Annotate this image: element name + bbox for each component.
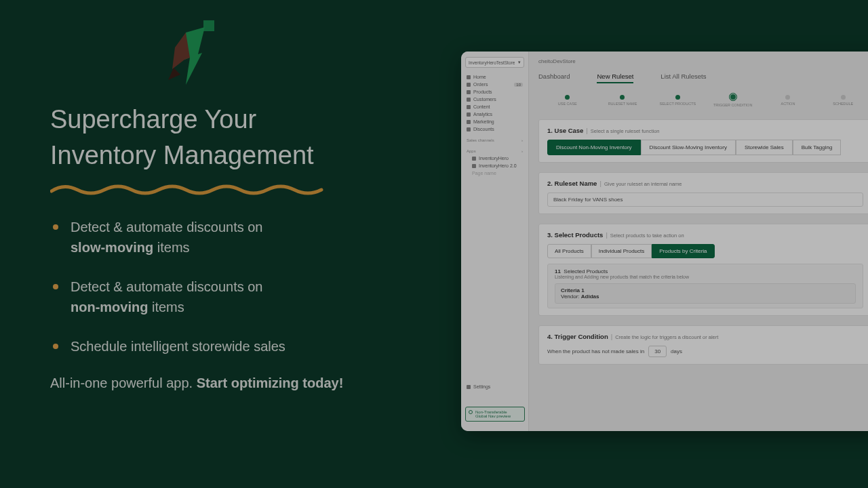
- step-action: ACTION: [760, 95, 815, 106]
- nav-orders[interactable]: Orders10: [465, 81, 524, 88]
- products-icon: [467, 90, 471, 94]
- stepper: USE CASE RULESET NAME SELECT PRODUCTS TR…: [538, 93, 868, 107]
- chevron-right-icon: ›: [521, 149, 523, 153]
- nav-customers[interactable]: Customers: [465, 96, 524, 103]
- ruleset-name-input[interactable]: Black Friday for VANS shoes: [547, 192, 863, 207]
- prod-tab-all[interactable]: All Products: [547, 244, 591, 258]
- headline: Supercharge Your Inventory Management: [50, 102, 430, 174]
- tab-list-rulesets[interactable]: List All Rulesets: [660, 73, 706, 83]
- info-icon: [469, 410, 473, 414]
- nav-discounts[interactable]: Discounts: [465, 125, 524, 133]
- nav-app-inventoryhero2[interactable]: InventoryHero 2.0: [465, 162, 524, 169]
- chevron-down-icon: ▾: [518, 60, 521, 65]
- marketing-column: Supercharge Your Inventory Management De…: [50, 20, 430, 391]
- content-icon: [467, 105, 471, 109]
- nav-app-page[interactable]: Page name: [465, 169, 524, 177]
- nav-marketing[interactable]: Marketing: [465, 118, 524, 125]
- choice-slow-moving[interactable]: Discount Slow-Moving Inventory: [641, 140, 736, 155]
- svg-rect-0: [203, 20, 214, 31]
- customers-icon: [467, 98, 471, 102]
- home-icon: [467, 75, 471, 79]
- preview-notice: Non-TransferableGlobal Nav preview: [465, 407, 525, 422]
- choice-non-moving[interactable]: Discount Non-Moving Inventory: [547, 140, 641, 155]
- orders-icon: [467, 83, 471, 87]
- nav-section-apps[interactable]: Apps›: [465, 148, 524, 155]
- trigger-sentence-post: days: [671, 348, 682, 354]
- store-selector[interactable]: InventoryHeroTestStore▾: [465, 57, 524, 68]
- bullet-non-moving: Detect & automate discounts on non-movin…: [50, 277, 430, 317]
- bullet-storewide: Schedule intelligent storewide sales: [50, 336, 430, 357]
- nav-content[interactable]: Content: [465, 103, 524, 110]
- app-main: cheitoDevStore Dashboard New Ruleset Lis…: [529, 52, 868, 431]
- step-name: RULESET NAME: [595, 95, 650, 106]
- step-usecase: USE CASE: [540, 95, 595, 106]
- nav-products[interactable]: Products: [465, 88, 524, 96]
- gear-icon: [467, 385, 471, 389]
- hero-logo: [165, 20, 220, 88]
- prod-tab-individual[interactable]: Individual Products: [591, 244, 652, 258]
- analytics-icon: [467, 113, 471, 117]
- panel-trigger: 4. Trigger Condition|Create the logic fo…: [538, 325, 868, 365]
- app-screenshot: InventoryHeroTestStore▾ Home Orders10 Pr…: [461, 52, 868, 431]
- app-sidebar: InventoryHeroTestStore▾ Home Orders10 Pr…: [461, 52, 529, 431]
- tab-dashboard[interactable]: Dashboard: [538, 73, 570, 83]
- feature-bullets: Detect & automate discounts on slow-movi…: [50, 217, 430, 357]
- tab-new-ruleset[interactable]: New Ruleset: [597, 73, 633, 83]
- nav-home[interactable]: Home: [465, 73, 524, 81]
- trigger-sentence-pre: When the product has not made sales in: [547, 348, 644, 354]
- nav-app-inventoryhero[interactable]: InventoryHero: [465, 155, 524, 162]
- tagline: All-in-one powerful app. Start optimizin…: [50, 375, 430, 391]
- choice-storewide[interactable]: Storewide Sales: [736, 140, 793, 155]
- prod-tab-criteria[interactable]: Products by Criteria: [652, 244, 714, 258]
- panel-ruleset-name: 2. Ruleset Name|Give your ruleset an int…: [538, 172, 868, 214]
- chevron-right-icon: ›: [521, 138, 523, 142]
- choice-bulk-tagging[interactable]: Bulk Tagging: [793, 140, 842, 155]
- underline-squiggle: [50, 180, 335, 198]
- step-trigger: TRIGGER CONDITION: [705, 93, 760, 107]
- nav-section-sales[interactable]: Sales channels›: [465, 137, 524, 144]
- app-icon: [472, 157, 476, 161]
- bullet-slow-moving: Detect & automate discounts on slow-movi…: [50, 217, 430, 258]
- step-schedule: SCHEDULE: [816, 95, 868, 106]
- criteria-1: Criteria 1 Vendor: Adidas: [555, 283, 856, 304]
- orders-badge: 10: [514, 83, 523, 87]
- step-products: SELECT PRODUCTS: [650, 95, 705, 106]
- panel-usecase: 1. Use Case|Select a single ruleset func…: [538, 119, 868, 163]
- marketing-icon: [467, 120, 471, 124]
- criteria-summary: 11 Selected Products Listening and Addin…: [547, 264, 863, 308]
- main-tabs: Dashboard New Ruleset List All Rulesets: [538, 73, 868, 83]
- app-icon: [472, 164, 476, 168]
- trigger-days-input[interactable]: 30: [648, 346, 667, 357]
- panel-select-products: 3. Select Products|Select products to ta…: [538, 224, 868, 316]
- discounts-icon: [467, 127, 471, 131]
- breadcrumb: cheitoDevStore: [538, 58, 868, 64]
- nav-analytics[interactable]: Analytics: [465, 110, 524, 118]
- nav-settings[interactable]: Settings: [465, 383, 492, 390]
